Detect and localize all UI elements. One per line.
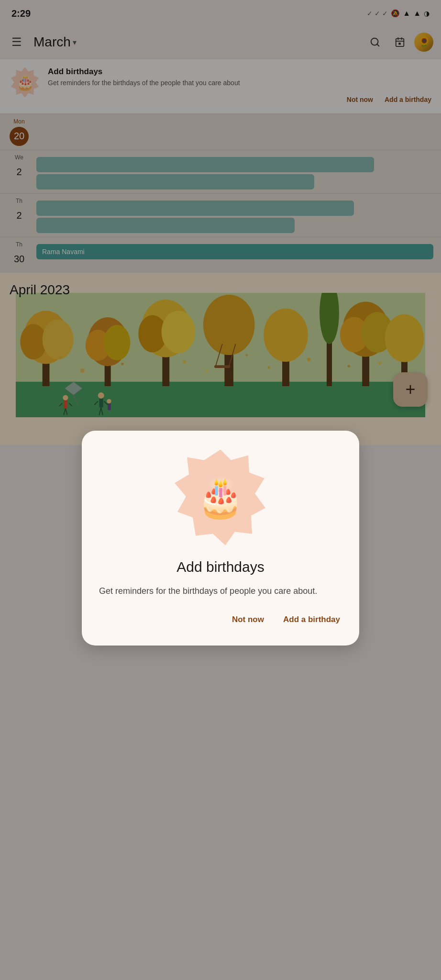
modal-not-now-button[interactable]: Not now <box>230 611 266 628</box>
modal-actions: Not now Add a birthday <box>99 607 342 628</box>
modal-description: Get reminders for the birthdays of peopl… <box>99 585 342 598</box>
modal-title: Add birthdays <box>176 559 264 575</box>
modal-cake-icon: 🎂 <box>173 450 268 546</box>
add-birthdays-modal: 🎂 Add birthdays Get reminders for the bi… <box>82 431 359 646</box>
modal-add-birthday-button[interactable]: Add a birthday <box>281 611 342 628</box>
modal-overlay: 🎂 Add birthdays Get reminders for the bi… <box>0 0 441 980</box>
